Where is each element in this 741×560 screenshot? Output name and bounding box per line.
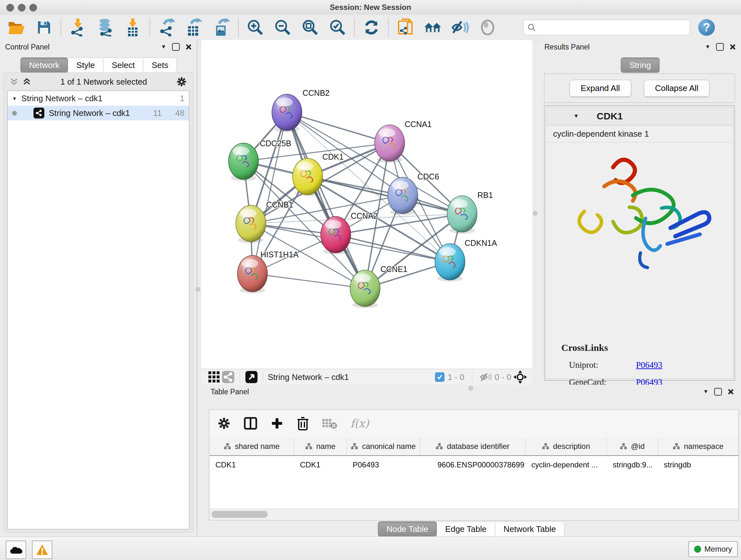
column-header-namespace[interactable]: namespace	[658, 437, 738, 455]
collapse-all-icon[interactable]	[10, 78, 18, 86]
node-CCNB1[interactable]	[236, 205, 266, 243]
column-header-name[interactable]: name	[294, 437, 347, 455]
close-panel-icon[interactable]	[730, 44, 736, 50]
node-CCNA1[interactable]	[375, 125, 405, 163]
table-cell[interactable]: stringdb	[658, 456, 738, 474]
collapse-all-button[interactable]: Collapse All	[644, 80, 710, 97]
scrollbar-thumb[interactable]	[212, 511, 268, 518]
splitter-handle-left[interactable]	[196, 287, 200, 292]
network-options-gear-icon[interactable]	[177, 77, 187, 87]
node-CCNB2[interactable]	[272, 94, 302, 132]
network-canvas[interactable]: CCNB2CCNA1CDC25BCDK1CDC6RB1CCNB1CCNA2CDK…	[201, 40, 532, 369]
memory-button[interactable]: Memory	[688, 541, 738, 557]
float-panel-icon[interactable]	[172, 43, 180, 51]
table-cell[interactable]: CDK1	[294, 456, 347, 474]
fit-target-icon[interactable]	[511, 370, 529, 384]
clone-network-icon[interactable]	[396, 18, 414, 37]
edge-CCNB2-HIST1H1A[interactable]	[253, 112, 287, 273]
tab-select[interactable]: Select	[104, 57, 143, 73]
tab-style[interactable]: Style	[68, 57, 104, 73]
table-horizontal-scrollbar[interactable]	[210, 509, 738, 520]
zoom-in-icon[interactable]	[246, 18, 264, 37]
network-row[interactable]: String Network – cdk1 11 48	[8, 106, 189, 120]
float-panel-icon[interactable]	[716, 43, 724, 51]
control-panel: Control Panel ▼ NetworkStyleSelectSets 1…	[0, 40, 197, 537]
network-collection-row[interactable]: ▼ String Network – cdk1 1	[8, 91, 189, 106]
table-cell[interactable]: stringdb:9...	[607, 456, 658, 474]
node-RB1[interactable]	[447, 196, 477, 234]
grid-view-icon[interactable]	[207, 371, 221, 383]
tab-network[interactable]: Network	[20, 57, 68, 73]
delete-trash-icon[interactable]	[297, 416, 309, 430]
splitter-handle-bottom[interactable]	[468, 386, 473, 390]
gene-expander-icon[interactable]: ▼	[574, 113, 579, 119]
tab-node-table[interactable]: Node Table	[378, 521, 437, 537]
column-header-canonical-name[interactable]: canonical name	[347, 437, 420, 455]
string-network-graph[interactable]: CCNB2CCNA1CDC25BCDK1CDC6RB1CCNB1CCNA2CDK…	[201, 40, 532, 369]
export-table-icon[interactable]	[185, 18, 203, 37]
gene-header[interactable]: ▼ CDK1	[546, 107, 733, 125]
splitter-handle-right[interactable]	[533, 211, 537, 215]
tab-string[interactable]: String	[621, 57, 660, 73]
export-network-icon[interactable]	[158, 18, 176, 37]
zoom-selected-icon[interactable]	[329, 18, 347, 37]
node-CCNE1[interactable]	[350, 270, 380, 308]
save-session-icon[interactable]	[35, 18, 53, 37]
delete-table-icon[interactable]	[322, 418, 337, 429]
import-table-icon[interactable]	[124, 18, 142, 37]
import-network-database-icon[interactable]	[96, 18, 114, 37]
close-panel-icon[interactable]	[185, 44, 192, 50]
table-cell[interactable]: P06493	[347, 456, 420, 474]
node-CDKN1A[interactable]	[435, 244, 465, 282]
tab-sets[interactable]: Sets	[143, 57, 177, 73]
close-panel-icon[interactable]	[728, 388, 734, 395]
edge-CCNA2-CDKN1A[interactable]	[336, 235, 450, 262]
search-input[interactable]	[538, 23, 686, 32]
cloud-button[interactable]	[6, 541, 26, 559]
panel-menu-icon[interactable]: ▼	[161, 44, 166, 50]
table-cell[interactable]: CDK1	[210, 456, 294, 474]
hidden-node-edge-counts: 0 - 0	[495, 372, 511, 382]
export-image-icon[interactable]	[212, 18, 230, 37]
open-session-icon[interactable]	[8, 18, 25, 37]
zoom-fit-icon[interactable]	[301, 18, 319, 37]
selected-checkbox-icon[interactable]	[435, 372, 445, 382]
crosslink-link[interactable]: P06493	[636, 360, 663, 370]
refresh-icon[interactable]	[362, 18, 381, 37]
expand-all-button[interactable]: Expand All	[569, 80, 631, 97]
warning-button[interactable]	[32, 541, 52, 559]
add-column-icon[interactable]	[271, 417, 283, 430]
navigator-icon[interactable]	[245, 371, 259, 383]
node-CCNA2[interactable]	[321, 216, 351, 254]
network-share-icon[interactable]	[221, 371, 235, 383]
show-all-eye-icon[interactable]	[479, 18, 496, 37]
edge-CCNB2-CCNA1[interactable]	[287, 112, 390, 143]
tab-edge-table[interactable]: Edge Table	[437, 521, 495, 537]
settings-gear-icon[interactable]	[218, 417, 230, 430]
help-icon[interactable]: ?	[698, 19, 715, 36]
column-header-description[interactable]: description	[526, 437, 607, 455]
show-column-icon[interactable]	[244, 417, 257, 430]
function-builder-icon[interactable]: f(x)	[350, 417, 369, 430]
column-header-id[interactable]: @id	[607, 437, 658, 455]
zoom-out-icon[interactable]	[274, 18, 292, 37]
panel-menu-icon[interactable]: ▼	[705, 44, 711, 50]
table-cell[interactable]: 9606.ENSP00000378699	[420, 456, 526, 474]
tab-network-table[interactable]: Network Table	[495, 521, 564, 537]
column-header-database-identifier[interactable]: database identifier	[420, 437, 526, 455]
edge-CCNB2-CCNE1[interactable]	[287, 112, 365, 288]
edge-HIST1H1A-CCNE1[interactable]	[253, 273, 365, 288]
table-cell[interactable]: cyclin-dependent ...	[526, 456, 607, 474]
node-HIST1H1A[interactable]	[238, 255, 267, 294]
import-network-icon[interactable]	[69, 18, 87, 37]
panel-menu-icon[interactable]: ▼	[703, 388, 709, 395]
hide-selected-eye-icon[interactable]	[451, 18, 469, 37]
home-icon[interactable]	[424, 18, 442, 37]
node-CDC25B[interactable]	[228, 143, 259, 181]
collection-expander-icon[interactable]: ▼	[12, 96, 17, 101]
table-row[interactable]: CDK1CDK1P064939606.ENSP00000378699cyclin…	[210, 456, 738, 474]
node-label-CCNA2: CCNA2	[351, 211, 378, 220]
expand-all-icon[interactable]	[23, 78, 31, 86]
float-panel-icon[interactable]	[714, 388, 722, 395]
column-header-shared-name[interactable]: shared name	[210, 437, 294, 455]
